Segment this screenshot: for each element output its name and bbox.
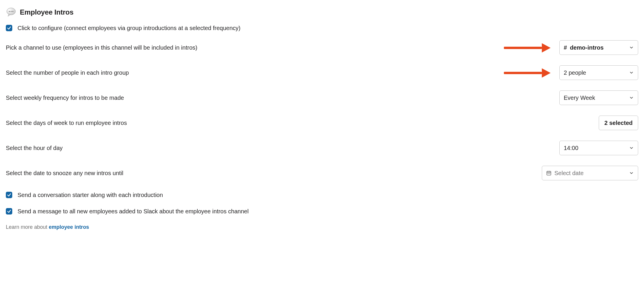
hour-select[interactable]: 14:00 [559, 141, 638, 155]
channel-row: Pick a channel to use (employees in this… [6, 40, 638, 55]
channel-value: demo-intros [570, 43, 604, 52]
group-size-row: Select the number of people in each intr… [6, 65, 638, 80]
frequency-row: Select weekly frequency for intros to be… [6, 90, 638, 105]
frequency-select[interactable]: Every Week [559, 90, 638, 105]
footer-prefix: Learn more about [6, 224, 49, 230]
chevron-down-icon [629, 95, 634, 100]
days-label: Select the days of week to run employee … [6, 119, 127, 127]
footer-learn-more: Learn more about employee intros [6, 224, 638, 231]
chevron-down-icon [629, 70, 634, 75]
chevron-down-icon [629, 146, 634, 150]
svg-point-3 [12, 11, 13, 12]
section-header: Employee Intros [6, 7, 638, 18]
channel-label: Pick a channel to use (employees in this… [6, 43, 197, 52]
svg-rect-10 [550, 173, 550, 174]
frequency-label: Select weekly frequency for intros to be… [6, 94, 124, 102]
configure-row: Click to configure (connect employees vi… [6, 24, 638, 32]
speech-bubble-icon [6, 7, 16, 18]
chevron-down-icon [629, 171, 634, 175]
configure-checkbox[interactable] [6, 25, 12, 31]
group-size-select[interactable]: 2 people [559, 65, 638, 80]
chevron-down-icon [629, 45, 634, 50]
channel-select[interactable]: # demo-intros [559, 40, 638, 55]
snooze-date-select[interactable]: Select date [542, 166, 638, 180]
svg-point-1 [9, 11, 10, 12]
annotation-arrow-icon [504, 45, 551, 50]
snooze-placeholder: Select date [554, 169, 584, 177]
snooze-label: Select the date to snooze any new intros… [6, 169, 123, 177]
svg-rect-8 [548, 173, 548, 174]
section-title: Employee Intros [20, 7, 74, 17]
conversation-starter-checkbox[interactable] [6, 192, 12, 198]
conversation-starter-row: Send a conversation starter along with e… [6, 191, 638, 199]
hour-value: 14:00 [564, 144, 578, 152]
svg-rect-9 [549, 173, 549, 174]
employee-intros-link[interactable]: employee intros [49, 224, 89, 230]
new-employee-msg-row: Send a message to all new employees adde… [6, 207, 638, 215]
svg-point-2 [11, 11, 11, 12]
calendar-icon [546, 170, 551, 176]
new-employee-msg-checkbox[interactable] [6, 208, 12, 214]
hash-icon: # [564, 43, 567, 52]
days-value: 2 selected [604, 119, 633, 127]
snooze-row: Select the date to snooze any new intros… [6, 166, 638, 180]
group-size-value: 2 people [564, 69, 586, 77]
group-size-label: Select the number of people in each intr… [6, 69, 129, 77]
configure-label: Click to configure (connect employees vi… [18, 24, 241, 32]
annotation-arrow-icon [504, 70, 551, 75]
conversation-starter-label: Send a conversation starter along with e… [18, 191, 163, 199]
days-select[interactable]: 2 selected [599, 116, 638, 130]
days-row: Select the days of week to run employee … [6, 116, 638, 130]
hour-row: Select the hour of day 14:00 [6, 141, 638, 155]
hour-label: Select the hour of day [6, 144, 63, 152]
frequency-value: Every Week [564, 94, 595, 102]
new-employee-msg-label: Send a message to all new employees adde… [18, 207, 249, 215]
